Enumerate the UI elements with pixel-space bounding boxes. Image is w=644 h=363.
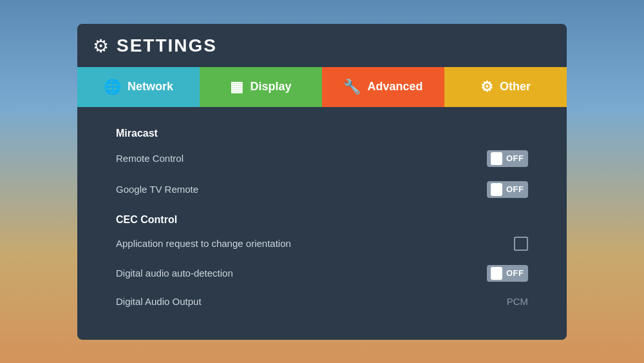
app-orientation-label: Application request to change orientatio…: [116, 238, 291, 249]
app-orientation-checkbox[interactable]: [514, 237, 528, 251]
remote-control-label: Remote Control: [116, 153, 184, 164]
tab-other-label: Other: [500, 80, 531, 93]
app-orientation-row: Application request to change orientatio…: [116, 230, 528, 258]
advanced-icon: 🔧: [343, 79, 361, 95]
settings-title: SETTINGS: [117, 35, 217, 56]
toggle-knob: [491, 152, 502, 165]
tab-display-label: Display: [250, 80, 291, 93]
network-icon: 🌐: [104, 79, 121, 95]
digital-audio-output-label: Digital Audio Output: [116, 296, 202, 307]
remote-control-row: Remote Control OFF: [116, 143, 528, 174]
content-area: Miracast Remote Control OFF Google TV Re…: [77, 112, 567, 320]
display-icon: ▦: [230, 79, 243, 95]
digital-audio-output-value: PCM: [507, 296, 528, 307]
remote-control-toggle[interactable]: OFF: [487, 150, 528, 167]
digital-audio-output-row: Digital Audio Output PCM: [116, 289, 528, 314]
settings-header: ⚙ SETTINGS: [77, 24, 567, 67]
tab-advanced-label: Advanced: [367, 80, 422, 93]
tabs-row: 🌐 Network ▦ Display 🔧 Advanced ⚙ Other: [77, 67, 567, 107]
settings-panel: ⚙ SETTINGS 🌐 Network ▦ Display 🔧 Advance…: [77, 24, 567, 340]
digital-audio-detect-label: Digital audio auto-detection: [116, 268, 233, 279]
remote-control-toggle-label: OFF: [506, 153, 524, 163]
google-tv-remote-label: Google TV Remote: [116, 184, 198, 195]
google-tv-remote-toggle-label: OFF: [506, 184, 524, 194]
digital-audio-detect-toggle-label: OFF: [506, 268, 524, 278]
tab-advanced[interactable]: 🔧 Advanced: [322, 67, 444, 107]
other-icon: ⚙: [480, 79, 493, 95]
tab-network[interactable]: 🌐 Network: [77, 67, 200, 107]
google-tv-remote-row: Google TV Remote OFF: [116, 174, 528, 205]
toggle-knob: [491, 267, 502, 280]
settings-gear-icon: ⚙: [93, 35, 109, 57]
toggle-knob: [491, 183, 502, 196]
digital-audio-detect-row: Digital audio auto-detection OFF: [116, 258, 528, 289]
tab-other[interactable]: ⚙ Other: [444, 67, 567, 107]
tab-network-label: Network: [128, 80, 173, 93]
cec-control-label: CEC Control: [116, 205, 528, 230]
miracast-label: Miracast: [116, 119, 528, 143]
digital-audio-detect-toggle[interactable]: OFF: [487, 265, 528, 282]
google-tv-remote-toggle[interactable]: OFF: [487, 181, 528, 198]
tab-display[interactable]: ▦ Display: [200, 67, 322, 107]
